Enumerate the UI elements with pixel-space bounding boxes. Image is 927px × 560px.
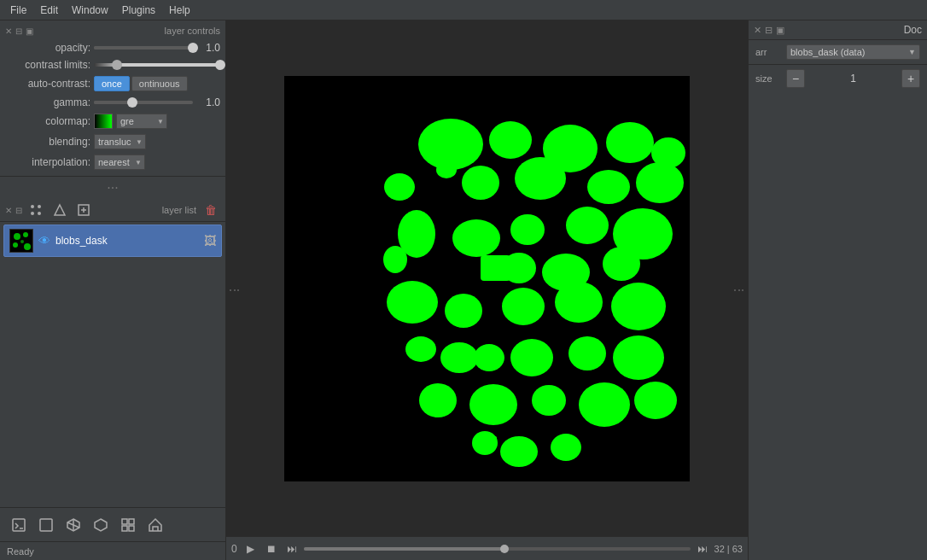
visibility-toggle[interactable]: 👁 <box>38 234 50 248</box>
contrast-low-thumb[interactable] <box>112 60 122 70</box>
layer-list-title: layer list <box>162 205 196 215</box>
size-decrease-btn[interactable]: − <box>786 69 805 88</box>
stop-btn[interactable]: ⏹ <box>263 540 280 557</box>
layer-name: blobs_dask <box>55 235 199 247</box>
menu-help[interactable]: Help <box>162 3 197 18</box>
blending-select-wrap: transluc additive opaque <box>94 134 146 149</box>
auto-contrast-once-btn[interactable]: once <box>94 76 130 91</box>
auto-contrast-continuous-btn[interactable]: ontinuous <box>131 76 188 91</box>
canvas-viewport[interactable] <box>226 20 748 536</box>
lock-icon[interactable]: ⊟ <box>15 26 22 36</box>
minimize-icon[interactable]: ✕ <box>5 26 12 36</box>
svg-point-3 <box>38 212 41 215</box>
colormap-row: colormap: gre gray green <box>0 111 225 131</box>
svg-point-62 <box>634 382 677 419</box>
layer-controls-icons: ✕ ⊟ ▣ <box>5 26 33 36</box>
gamma-value: 1.0 <box>196 96 220 108</box>
svg-point-46 <box>387 281 438 324</box>
layer-item[interactable]: 👁 blobs_dask 🖼 <box>3 225 222 257</box>
svg-point-59 <box>469 384 517 425</box>
svg-rect-16 <box>40 519 52 531</box>
svg-point-61 <box>579 382 630 427</box>
lock-icon-2[interactable]: ⊟ <box>15 206 22 215</box>
opacity-value: 1.0 <box>196 42 220 54</box>
right-min-icon[interactable]: ⊟ <box>765 25 772 36</box>
panel-drag-handle[interactable]: ··· <box>0 177 225 199</box>
svg-marker-25 <box>149 519 161 531</box>
layer-controls-header: ✕ ⊟ ▣ layer controls <box>0 24 225 39</box>
ndisplay-btn[interactable] <box>89 513 113 537</box>
svg-point-35 <box>587 170 630 204</box>
right-close-icon[interactable]: ✕ <box>754 25 761 36</box>
auto-contrast-label: auto-contrast: <box>5 78 90 90</box>
colormap-select[interactable]: gre gray green <box>116 114 167 129</box>
canvas-timeline: 0 ▶ ⏹ ⏭ ⏭ 32 | 63 <box>226 536 748 560</box>
opacity-slider[interactable] <box>94 46 193 50</box>
auto-contrast-buttons: once ontinuous <box>94 76 188 91</box>
menu-window[interactable]: Window <box>65 3 115 18</box>
gamma-slider[interactable] <box>94 101 193 104</box>
grid-btn[interactable] <box>116 513 140 537</box>
home-btn[interactable] <box>143 513 167 537</box>
svg-point-34 <box>515 157 566 200</box>
svg-point-30 <box>606 122 654 163</box>
svg-point-67 <box>436 161 457 178</box>
svg-point-39 <box>510 214 545 245</box>
add-points-btn[interactable] <box>26 201 46 219</box>
interpolation-select[interactable]: nearest linear cubic <box>94 155 145 170</box>
minimize-icon-2[interactable]: ✕ <box>5 206 12 215</box>
blending-select[interactable]: transluc additive opaque <box>94 134 146 149</box>
svg-point-32 <box>384 173 415 201</box>
menu-file[interactable]: File <box>3 3 33 18</box>
expand-icon[interactable]: ▣ <box>26 26 33 36</box>
svg-point-11 <box>13 242 18 248</box>
svg-rect-24 <box>129 526 134 531</box>
arr-dropdown[interactable]: blobs_dask (data) ▼ <box>786 44 920 60</box>
timeline-scrubber[interactable] <box>304 547 691 551</box>
3d-btn[interactable] <box>61 513 85 537</box>
menu-edit[interactable]: Edit <box>33 3 65 18</box>
layer-list-tools: ✕ ⊟ <box>5 201 94 219</box>
left-drag-handle[interactable]: ⋮ <box>226 281 243 300</box>
console-btn[interactable] <box>7 513 31 537</box>
svg-point-10 <box>23 232 28 237</box>
play-btn[interactable]: ▶ <box>242 540 259 557</box>
right-panel: ✕ ⊟ ▣ Doc arr blobs_dask (data) ▼ size −… <box>748 20 927 560</box>
svg-rect-22 <box>129 519 134 524</box>
left-panel: ✕ ⊟ ▣ layer controls opacity: 1.0 contra… <box>0 20 226 560</box>
status-text: Ready <box>7 546 34 557</box>
size-increase-btn[interactable]: + <box>901 69 920 88</box>
right-drag-handle[interactable]: ⋮ <box>731 281 748 300</box>
svg-point-50 <box>611 283 666 330</box>
add-labels-btn[interactable] <box>73 201 94 219</box>
svg-point-56 <box>568 336 606 370</box>
svg-point-0 <box>31 205 34 208</box>
arr-label: arr <box>755 47 781 57</box>
add-shapes-btn[interactable] <box>50 201 70 219</box>
layer-controls-title: layer controls <box>165 26 220 36</box>
contrast-high-thumb[interactable] <box>215 60 225 70</box>
gamma-thumb[interactable] <box>127 97 137 108</box>
right-max-icon[interactable]: ▣ <box>776 25 784 36</box>
frame-end-btn[interactable]: ⏭ <box>694 540 711 557</box>
contrast-slider[interactable] <box>94 63 220 67</box>
layer-items: 👁 blobs_dask 🖼 <box>0 222 225 507</box>
end-btn[interactable]: ⏭ <box>283 540 300 557</box>
menu-plugins[interactable]: Plugins <box>115 3 162 18</box>
svg-rect-66 <box>487 436 497 446</box>
svg-point-33 <box>462 166 499 200</box>
svg-point-58 <box>419 383 457 417</box>
layer-thumbnail <box>9 229 33 253</box>
layer-options-btn[interactable]: 🖼 <box>204 234 216 248</box>
delete-layer-btn[interactable]: 🗑 <box>201 201 220 219</box>
canvas-content <box>284 76 690 481</box>
svg-point-52 <box>405 336 436 362</box>
2d-view-btn[interactable] <box>34 513 58 537</box>
svg-point-2 <box>31 212 34 215</box>
opacity-thumb[interactable] <box>188 43 198 53</box>
layer-list-right: layer list 🗑 <box>162 201 220 219</box>
svg-rect-21 <box>122 519 127 524</box>
gamma-row: gamma: 1.0 <box>0 94 225 111</box>
interpolation-label: interpolation: <box>5 156 90 168</box>
svg-marker-4 <box>55 205 65 215</box>
